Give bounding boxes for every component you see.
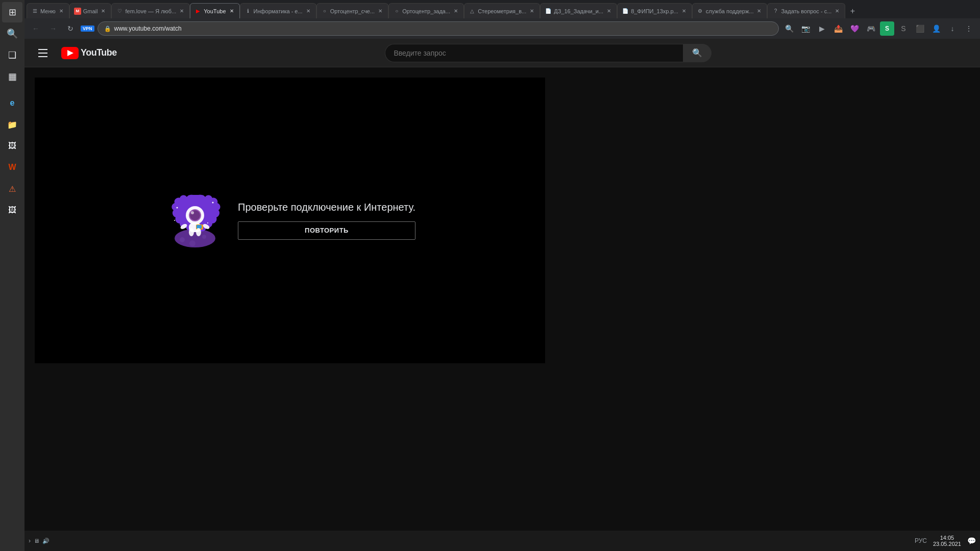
- edge-icon[interactable]: e: [2, 93, 22, 113]
- search-action-btn[interactable]: 🔍: [782, 21, 796, 36]
- youtube-play-triangle: [67, 50, 74, 56]
- tab-dz3[interactable]: 📄 ДЗ_16_Задачи_и... ✕: [540, 3, 617, 18]
- photos-icon[interactable]: 🖼: [2, 136, 22, 156]
- tab-close-gmail[interactable]: ✕: [100, 8, 107, 15]
- more-action-btn[interactable]: ⋮: [962, 21, 976, 36]
- hamburger-line-3: [38, 56, 47, 57]
- tab-close-fem[interactable]: ✕: [178, 8, 185, 15]
- tab-youtube[interactable]: ▶ YouTube ✕: [190, 3, 239, 18]
- tab-favicon-youtube: ▶: [194, 8, 202, 15]
- widgets-icon[interactable]: ▦: [2, 66, 22, 87]
- tab-menu[interactable]: ☰ Меню ✕: [27, 3, 69, 18]
- speaker-icon: 🔊: [42, 538, 50, 544]
- tab-label-fem: fem.love — Я люб...: [125, 8, 176, 14]
- tab-support[interactable]: ⚙ служба поддерж... ✕: [692, 3, 768, 18]
- search-sidebar-icon[interactable]: 🔍: [2, 23, 22, 44]
- tab-close-informatika[interactable]: ✕: [305, 8, 312, 15]
- tab-close-orto1[interactable]: ✕: [377, 8, 384, 15]
- tab-favicon-orto1: ○: [321, 8, 328, 15]
- address-input[interactable]: 🔒 www.youtube.com/watch: [97, 21, 779, 36]
- youtube-search-container: 🔍: [385, 44, 712, 62]
- tab-close-menu[interactable]: ✕: [58, 8, 65, 15]
- office-icon[interactable]: W: [2, 157, 22, 178]
- tab-favicon-support: ⚙: [697, 8, 704, 15]
- tab-orto2[interactable]: ○ Ортоцентр_зада... ✕: [388, 3, 464, 18]
- tab-close-fip[interactable]: ✕: [680, 8, 688, 15]
- tab-favicon-orto2: ○: [393, 8, 400, 15]
- task-view-icon[interactable]: ❑: [2, 45, 22, 65]
- folder-icon[interactable]: 📁: [2, 114, 22, 135]
- monitor-icon: 🖥: [34, 538, 39, 544]
- profile-action-btn[interactable]: 👤: [929, 21, 943, 36]
- youtube-logo-text: YouTube: [81, 47, 117, 58]
- windows-icon[interactable]: ⊞: [2, 2, 22, 22]
- retry-button[interactable]: ПОВТОРИТЬ: [238, 221, 415, 240]
- vpn-badge: VPN: [81, 26, 94, 32]
- play-action-btn[interactable]: ▶: [815, 21, 829, 36]
- taskbar-expand-arrow[interactable]: ›: [29, 537, 31, 544]
- error-content: Проверьте подключение к Интернету. ПОВТО…: [164, 190, 415, 251]
- download-action-btn[interactable]: ↓: [945, 21, 960, 36]
- svg-point-1: [180, 237, 185, 242]
- hamburger-line-1: [38, 49, 47, 50]
- taskbar-bottom-left: › 🖥 🔊: [29, 537, 50, 544]
- browser-chrome: ☰ Меню ✕ M Gmail ✕ ♡ fem.love — Я люб...…: [24, 0, 980, 39]
- tab-gmail[interactable]: M Gmail ✕: [69, 3, 112, 18]
- alert-icon[interactable]: ⚠: [2, 179, 22, 199]
- tab-label-stereo: Стереометрия_в...: [478, 8, 526, 14]
- taskbar-bottom-right: РУС 14:05 23.05.2021 💬: [915, 535, 976, 547]
- tab-close-youtube[interactable]: ✕: [228, 8, 235, 15]
- astronaut-illustration: [164, 190, 226, 251]
- game-action-btn[interactable]: 🎮: [864, 21, 878, 36]
- share-action-btn[interactable]: 📤: [831, 21, 845, 36]
- tab-bar: ☰ Меню ✕ M Gmail ✕ ♡ fem.love — Я люб...…: [24, 0, 980, 18]
- svg-point-3: [189, 240, 195, 246]
- youtube-search-button[interactable]: 🔍: [683, 44, 712, 62]
- tab-label-gmail: Gmail: [83, 8, 98, 14]
- tab-favicon-menu: ☰: [31, 8, 38, 15]
- tab-close-stereo[interactable]: ✕: [528, 8, 535, 15]
- tab-label-fip: 8_ФИПИ_13хр.р...: [631, 8, 678, 14]
- tab-label-orto2: Ортоцентр_зада...: [402, 8, 450, 14]
- youtube-logo[interactable]: YouTube: [61, 47, 117, 59]
- heart-action-btn[interactable]: 💜: [847, 21, 862, 36]
- hamburger-line-2: [38, 53, 47, 54]
- tab-favicon-informatika: ℹ: [244, 8, 252, 15]
- tab-close-orto2[interactable]: ✕: [452, 8, 459, 15]
- tab-label-dz3: ДЗ_16_Задачи_и...: [554, 8, 603, 14]
- refresh-button[interactable]: ↻: [63, 21, 78, 36]
- new-tab-button[interactable]: +: [845, 4, 860, 18]
- tab-fip[interactable]: 📄 8_ФИПИ_13хр.р... ✕: [617, 3, 692, 18]
- square-action-btn[interactable]: ⬛: [913, 21, 927, 36]
- tab-orto1[interactable]: ○ Ортоцентр_сче... ✕: [316, 3, 389, 18]
- camera-action-btn[interactable]: 📷: [798, 21, 813, 36]
- tab-favicon-fem: ♡: [116, 8, 123, 15]
- youtube-search-input[interactable]: [385, 44, 683, 62]
- svg-point-2: [202, 235, 206, 239]
- main-content: YouTube 🔍: [24, 39, 980, 551]
- back-button[interactable]: ←: [29, 21, 43, 36]
- svg-point-17: [189, 228, 194, 236]
- clock-time: 14:05: [940, 535, 954, 541]
- tab-stereo[interactable]: △ Стереометрия_в... ✕: [464, 3, 540, 18]
- s1-action-btn[interactable]: S: [880, 21, 894, 36]
- tab-question[interactable]: ? Задать вопрос - с... ✕: [767, 3, 845, 18]
- forward-button[interactable]: →: [46, 21, 60, 36]
- lang-indicator: РУС: [915, 537, 927, 544]
- image-viewer-icon[interactable]: 🖼: [2, 200, 22, 220]
- youtube-menu-button[interactable]: [33, 43, 53, 63]
- tab-close-question[interactable]: ✕: [834, 8, 841, 15]
- tab-fem[interactable]: ♡ fem.love — Я люб... ✕: [111, 3, 190, 18]
- error-text-area: Проверьте подключение к Интернету. ПОВТО…: [238, 202, 415, 240]
- tab-favicon-question: ?: [772, 8, 779, 15]
- notification-button[interactable]: 💬: [967, 537, 976, 545]
- video-player: Проверьте подключение к Интернету. ПОВТО…: [35, 78, 545, 363]
- s2-action-btn[interactable]: S: [896, 21, 911, 36]
- tab-close-support[interactable]: ✕: [755, 8, 763, 15]
- tab-informatika[interactable]: ℹ Информатика - е... ✕: [240, 3, 316, 18]
- tab-favicon-fip: 📄: [622, 8, 629, 15]
- lock-icon: 🔒: [104, 26, 111, 32]
- tab-label-support: служба поддерж...: [706, 8, 754, 14]
- tab-close-dz3[interactable]: ✕: [605, 8, 612, 15]
- tab-label-menu: Меню: [40, 8, 56, 14]
